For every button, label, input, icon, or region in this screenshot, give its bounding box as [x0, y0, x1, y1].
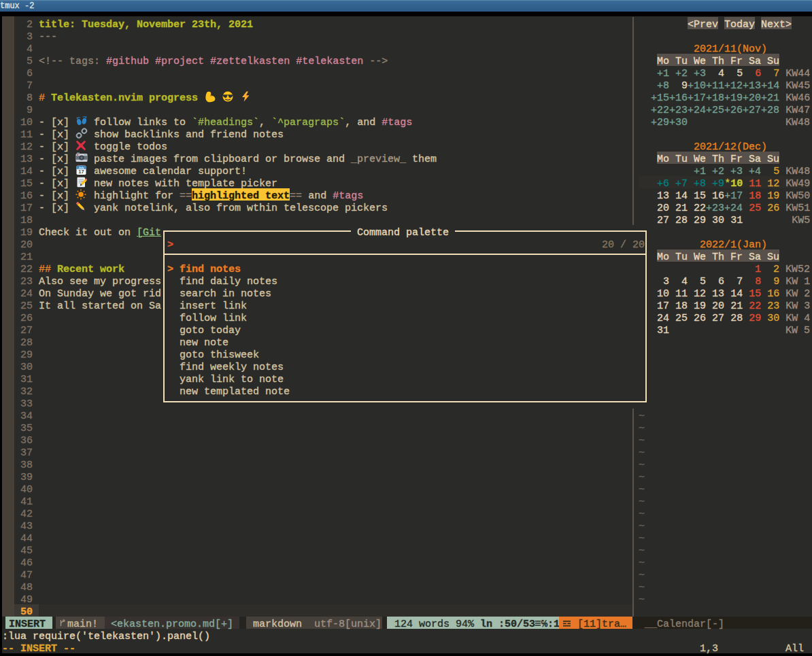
svg-text:17: 17 — [78, 169, 84, 175]
